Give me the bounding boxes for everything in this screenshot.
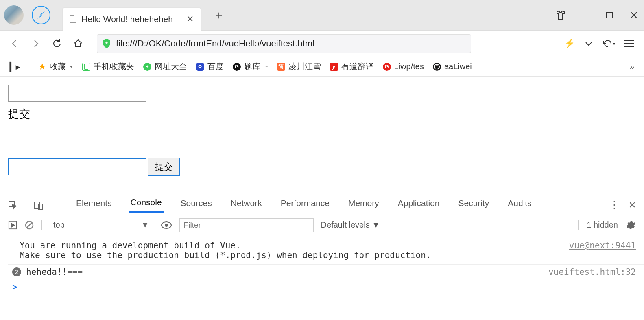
jian-icon: 简 [277, 63, 285, 71]
svg-rect-1 [607, 12, 612, 18]
bookmark-label: 百度 [207, 61, 224, 72]
console-log-row: You are running a development build of V… [8, 239, 644, 262]
chevron-down-icon[interactable] [582, 37, 595, 50]
menu-button[interactable] [623, 37, 636, 50]
bookmark-dash: - [265, 62, 268, 71]
filter-input[interactable] [179, 218, 314, 232]
log-source-link[interactable]: vue@next:9441 [569, 241, 636, 260]
bookmark-label: 有道翻译 [341, 61, 374, 72]
text-input-2[interactable] [8, 158, 146, 175]
gitee-icon: G [383, 63, 391, 71]
log-message: heheda!!=== [26, 267, 548, 277]
tab-memory[interactable]: Memory [347, 198, 381, 212]
tab-performance[interactable]: Performance [279, 198, 331, 212]
bookmark-label: aaLiwei [444, 62, 472, 71]
tab-sources[interactable]: Sources [179, 198, 214, 212]
devtools-panel: Elements Console Sources Network Perform… [0, 195, 644, 296]
console-prompt[interactable]: > [8, 279, 644, 292]
url-text: file:///D:/OK/Code/frontEnd/vueHello/vue… [116, 38, 466, 49]
log-count-badge: 2 [12, 267, 21, 276]
play-icon[interactable] [8, 221, 17, 230]
github-icon [433, 63, 441, 71]
device-toggle-icon[interactable] [33, 200, 43, 210]
tab-audits[interactable]: Audits [506, 198, 533, 212]
gear-icon[interactable] [626, 220, 636, 230]
close-window-button[interactable] [628, 9, 640, 21]
undo-icon[interactable]: ▾ [603, 37, 616, 50]
tab-title: Hello World! heheheheh [81, 14, 178, 24]
baidu-icon: ✿ [196, 63, 204, 71]
bookmarks-more-icon[interactable]: » [630, 62, 634, 71]
bookmark-youdao[interactable]: y有道翻译 [330, 61, 374, 72]
bookmark-label: Liwp/tes [394, 62, 424, 71]
devtools-menu-icon[interactable]: ⋮ [609, 199, 620, 211]
star-icon: ★ [38, 61, 46, 72]
tab-network[interactable]: Network [229, 198, 264, 212]
bookmark-baidu[interactable]: ✿百度 [196, 61, 224, 72]
prompt-icon: > [12, 282, 17, 292]
favorites-button[interactable]: ★收藏▼ [38, 61, 73, 72]
devtools-close-icon[interactable]: ✕ [629, 200, 636, 210]
clear-console-icon[interactable] [24, 220, 34, 230]
address-bar[interactable]: file:///D:/OK/Code/frontEnd/vueHello/vue… [97, 34, 471, 53]
hidden-count[interactable]: 1 hidden [587, 220, 618, 230]
shield-icon [102, 39, 111, 48]
bookmark-label: 网址大全 [155, 61, 187, 72]
back-button[interactable] [8, 37, 21, 50]
mobile-icon [82, 63, 90, 71]
context-label: top [53, 220, 65, 230]
tab-console[interactable]: Console [129, 197, 164, 213]
browser-tab[interactable]: Hello World! heheheheh ✕ [63, 8, 201, 31]
page-content: 提交 提交 [0, 77, 644, 195]
console-toolbar: top▼ Default levels ▼ 1 hidden [0, 215, 644, 235]
titlebar: Hello World! heheheheh ✕ ＋ [0, 0, 644, 31]
bookmark-label: 题库 [244, 61, 260, 72]
log-source-link[interactable]: vueiftest.html:32 [548, 267, 636, 277]
svg-rect-5 [106, 42, 107, 44]
navbar: file:///D:/OK/Code/frontEnd/vueHello/vue… [0, 31, 644, 57]
maximize-button[interactable] [603, 9, 616, 21]
bookmark-aaliwei[interactable]: aaLiwei [433, 62, 472, 71]
levels-selector[interactable]: Default levels ▼ [321, 220, 380, 230]
console-output: You are running a development build of V… [0, 235, 644, 296]
separator [59, 200, 59, 210]
new-tab-button[interactable]: ＋ [213, 7, 225, 23]
bookmark-tiku[interactable]: G题库- [233, 61, 268, 72]
home-button[interactable] [72, 37, 85, 50]
text-input-1[interactable] [8, 85, 146, 102]
tab-application[interactable]: Application [396, 198, 441, 212]
log-message: You are running a development build of V… [20, 241, 569, 260]
bookmark-liwp[interactable]: GLiwp/tes [383, 62, 424, 71]
tshirt-icon[interactable] [554, 9, 567, 21]
bookmark-label: 凌川江雪 [288, 61, 321, 72]
svg-line-12 [26, 222, 32, 228]
separator [29, 61, 29, 72]
svg-point-14 [165, 224, 168, 227]
bookmark-label: 手机收藏夹 [94, 61, 134, 72]
submit-label: 提交 [8, 107, 636, 121]
minimize-button[interactable] [579, 9, 591, 21]
dropdown-icon: ▼ [69, 64, 73, 69]
separator [41, 220, 42, 230]
tab-security[interactable]: Security [456, 198, 491, 212]
eye-icon[interactable] [161, 221, 172, 229]
devtools-indicator-icon[interactable]: ▎▸ [10, 62, 20, 72]
bookmark-mobile[interactable]: 手机收藏夹 [82, 61, 134, 72]
user-avatar[interactable] [4, 5, 24, 25]
browser-navigation-icon[interactable] [32, 6, 50, 24]
file-icon [70, 15, 76, 23]
bookmark-sitenav[interactable]: +网址大全 [143, 61, 187, 72]
context-selector[interactable]: top▼ [49, 220, 153, 230]
separator [578, 220, 579, 230]
tab-elements[interactable]: Elements [74, 198, 114, 212]
reload-button[interactable] [50, 37, 63, 50]
bookmark-lingchuan[interactable]: 简凌川江雪 [277, 61, 321, 72]
submit-button[interactable]: 提交 [148, 158, 180, 176]
plus-icon: + [143, 63, 151, 71]
tab-close-icon[interactable]: ✕ [186, 14, 194, 24]
inspect-icon[interactable] [8, 200, 18, 210]
bookmarks-bar: ▎▸ ★收藏▼ 手机收藏夹 +网址大全 ✿百度 G题库- 简凌川江雪 y有道翻译… [0, 57, 644, 77]
bolt-icon[interactable]: ⚡ [564, 38, 575, 49]
forward-button[interactable] [29, 37, 42, 50]
tiku-icon: G [233, 63, 241, 71]
